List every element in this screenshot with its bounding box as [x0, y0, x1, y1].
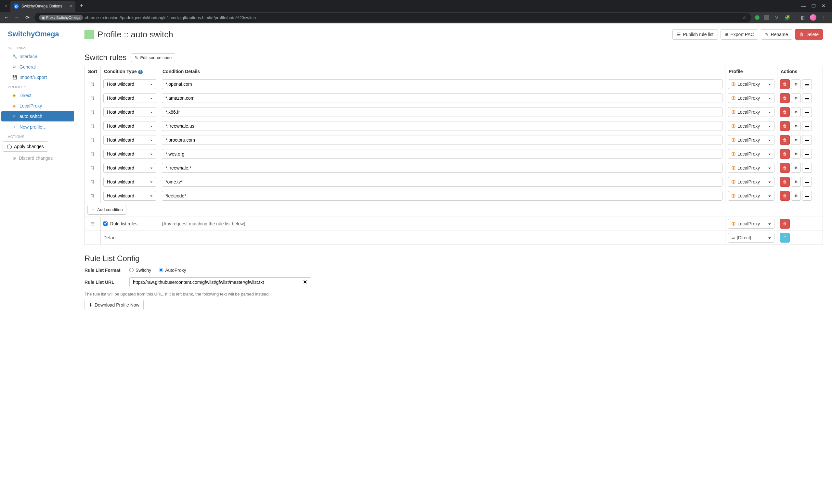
sidepanel-icon[interactable]: ◧ — [800, 15, 805, 21]
close-icon[interactable]: × — [70, 4, 72, 9]
edit-source-button[interactable]: ✎Edit source code — [131, 53, 175, 62]
ext-v-icon[interactable]: V — [774, 15, 780, 21]
delete-button[interactable]: 🗑Delete — [795, 29, 823, 39]
clone-rule-button[interactable]: ⧉ — [791, 191, 801, 201]
condition-details-input[interactable] — [162, 191, 723, 201]
menu-dots-icon[interactable]: ⋮ — [821, 15, 827, 21]
sort-handle[interactable]: ⇅ — [85, 133, 101, 147]
new-tab-button[interactable]: + — [77, 3, 87, 9]
delete-rule-button[interactable]: 🗑 — [780, 107, 790, 117]
sort-handle[interactable]: ⇅ — [85, 119, 101, 133]
sort-handle[interactable]: ⇅ — [85, 175, 101, 189]
sort-handle[interactable]: ⇅ — [85, 77, 101, 91]
profile-select[interactable]: LocalProxy — [728, 107, 775, 117]
condition-details-input[interactable] — [162, 149, 723, 159]
omnibox[interactable]: ▣ Proxy SwitchyOmega chrome-extension://… — [34, 13, 751, 22]
profile-color-swatch[interactable] — [84, 30, 94, 39]
condition-details-input[interactable] — [162, 121, 723, 131]
note-rule-button[interactable]: ▬ — [802, 121, 812, 131]
browser-tab[interactable]: ◐ SwitchyOmega Options × — [10, 1, 75, 12]
clone-rule-button[interactable]: ⧉ — [791, 93, 801, 103]
delete-rule-button[interactable]: 🗑 — [780, 191, 790, 201]
note-rule-button[interactable]: ▬ — [802, 191, 812, 201]
forward-icon[interactable]: → — [14, 15, 20, 21]
note-rule-button[interactable]: ▬ — [802, 177, 812, 187]
note-rule-button[interactable]: ▬ — [802, 149, 812, 159]
clone-rule-button[interactable]: ⧉ — [791, 163, 801, 173]
condition-type-select[interactable]: Host wildcard — [103, 121, 156, 131]
bookmark-star-icon[interactable]: ☆ — [742, 15, 747, 20]
reload-icon[interactable]: ⟳ — [24, 15, 30, 21]
condition-type-select[interactable]: Host wildcard — [103, 149, 156, 159]
profile-select[interactable]: LocalProxy — [728, 79, 775, 89]
format-switchy-radio[interactable]: Switchy — [129, 268, 151, 273]
sort-handle[interactable]: ⇅ — [85, 147, 101, 161]
condition-details-input[interactable] — [162, 135, 723, 145]
sidebar-item-direct[interactable]: ◉ Direct — [0, 90, 75, 101]
condition-type-select[interactable]: Host wildcard — [103, 107, 156, 117]
rule-list-checkbox-label[interactable]: Rule list rules — [103, 221, 156, 226]
sidebar-item-import-export[interactable]: 💾 Import/Export — [0, 72, 75, 83]
apply-changes-button[interactable]: ◯ Apply changes — [3, 141, 48, 152]
clone-rule-button[interactable]: ⧉ — [791, 177, 801, 187]
download-profile-button[interactable]: ⬇ Download Profile Now — [84, 300, 144, 310]
condition-details-input[interactable] — [162, 177, 723, 187]
add-condition-button[interactable]: ＋Add condition — [87, 205, 126, 215]
condition-details-input[interactable] — [162, 79, 723, 89]
delete-rule-button[interactable]: 🗑 — [780, 79, 790, 89]
sort-handle[interactable]: ⇅ — [85, 189, 101, 203]
note-rule-button[interactable]: ▬ — [802, 79, 812, 89]
condition-type-select[interactable]: Host wildcard — [103, 135, 156, 145]
sort-handle[interactable]: ⇅ — [85, 161, 101, 175]
clone-rule-button[interactable]: ⧉ — [791, 107, 801, 117]
condition-details-input[interactable] — [162, 93, 723, 103]
condition-type-select[interactable]: Host wildcard — [103, 177, 156, 187]
delete-rule-button[interactable]: 🗑 — [780, 135, 790, 145]
sort-handle[interactable]: ⇅ — [85, 105, 101, 119]
condition-type-select[interactable]: Host wildcard — [103, 79, 156, 89]
rule-list-checkbox[interactable] — [103, 222, 108, 226]
profile-select[interactable]: LocalProxy — [728, 191, 775, 201]
rule-list-url-input[interactable] — [129, 277, 299, 287]
clone-rule-button[interactable]: ⧉ — [791, 149, 801, 159]
sidebar-item-auto-switch[interactable]: ⇄ auto switch — [1, 111, 74, 121]
move-up-button[interactable]: ˄ — [780, 233, 790, 243]
tabs-dropdown-icon[interactable]: ▾ — [3, 3, 9, 9]
profile-avatar-icon[interactable] — [810, 14, 816, 21]
clone-rule-button[interactable]: ⧉ — [791, 79, 801, 89]
delete-rule-button[interactable]: 🗑 — [780, 93, 790, 103]
profile-select[interactable]: LocalProxy — [728, 93, 775, 103]
profile-select[interactable]: LocalProxy — [728, 163, 775, 173]
clone-rule-button[interactable]: ⧉ — [791, 135, 801, 145]
condition-type-select[interactable]: Host wildcard — [103, 191, 156, 201]
maximize-icon[interactable]: ❐ — [811, 3, 816, 8]
format-autoproxy-radio[interactable]: AutoProxy — [159, 268, 186, 273]
profile-select[interactable]: LocalProxy — [728, 135, 775, 145]
publish-rule-list-button[interactable]: ☰Publish rule list — [672, 29, 718, 39]
sidebar-item-localproxy[interactable]: ◉ LocalProxy — [0, 101, 75, 111]
minimize-icon[interactable]: ― — [801, 3, 806, 8]
clear-url-button[interactable]: ✕ — [299, 277, 311, 287]
note-rule-button[interactable]: ▬ — [802, 107, 812, 117]
ext-green-dot-icon[interactable] — [755, 15, 759, 20]
profile-select[interactable]: LocalProxy — [728, 121, 775, 131]
sidebar-item-interface[interactable]: 🔧 Interface — [0, 51, 75, 62]
back-icon[interactable]: ← — [3, 15, 10, 21]
delete-rule-list-button[interactable]: 🗑 — [780, 219, 790, 229]
sidebar-item-general[interactable]: ⚙ General — [0, 62, 75, 72]
help-icon[interactable]: ? — [138, 70, 143, 74]
autoproxy-radio-input[interactable] — [159, 268, 163, 272]
sidebar-item-new-profile[interactable]: ＋ New profile… — [0, 121, 75, 132]
delete-rule-button[interactable]: 🗑 — [780, 121, 790, 131]
sort-handle[interactable]: ⇅ — [85, 91, 101, 105]
rule-list-profile-select[interactable]: LocalProxy — [728, 219, 775, 229]
default-profile-select[interactable]: ⇄ [Direct] — [728, 233, 775, 243]
clone-rule-button[interactable]: ⧉ — [791, 121, 801, 131]
brand-title[interactable]: SwitchyOmega — [0, 29, 75, 44]
condition-type-select[interactable]: Host wildcard — [103, 93, 156, 103]
discard-changes-button[interactable]: ⊗ Discard changes — [0, 153, 75, 163]
delete-rule-button[interactable]: 🗑 — [780, 149, 790, 159]
ext-square-icon[interactable] — [764, 15, 769, 20]
rename-button[interactable]: ✎Rename — [761, 29, 792, 39]
profile-select[interactable]: LocalProxy — [728, 149, 775, 159]
